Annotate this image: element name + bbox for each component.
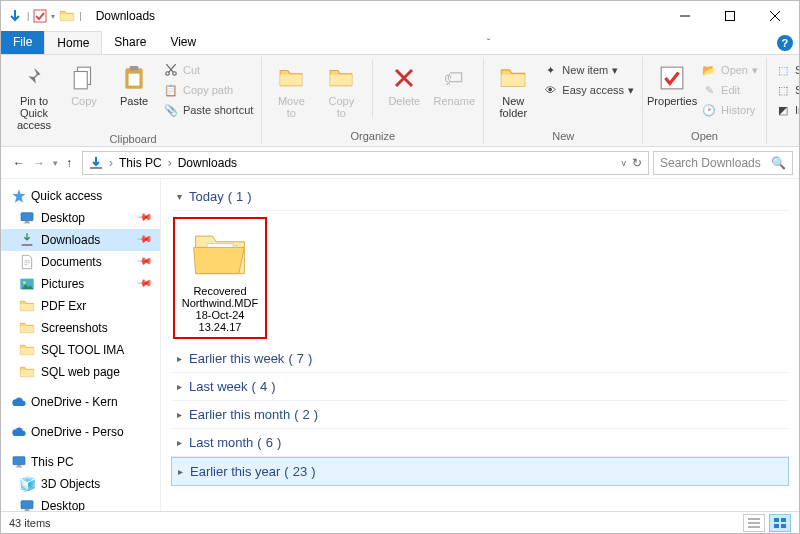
invert-selection-button[interactable]: ◩Invert selection — [773, 101, 800, 119]
maximize-button[interactable] — [707, 1, 752, 31]
search-icon: 🔍 — [771, 156, 786, 170]
forward-button[interactable]: → — [33, 156, 45, 170]
edit-button[interactable]: ✎Edit — [699, 81, 760, 99]
ribbon-tabs: File Home Share View ˇ ? — [1, 31, 799, 55]
group-label-new: New — [552, 128, 574, 144]
icons-view-button[interactable] — [769, 514, 791, 532]
nav-sql-web[interactable]: SQL web page — [1, 361, 160, 383]
chevron-right-icon: ▸ — [173, 381, 185, 392]
search-input[interactable]: Search Downloads 🔍 — [653, 151, 793, 175]
group-today[interactable]: ▾Today (1) — [171, 183, 789, 211]
nav-onedrive-2[interactable]: OneDrive - Perso — [1, 421, 160, 443]
group-last-month[interactable]: ▸Last month (6) — [171, 429, 789, 457]
nav-pictures[interactable]: Pictures📌 — [1, 273, 160, 295]
chevron-right-icon: ▸ — [173, 353, 185, 364]
minimize-button[interactable] — [662, 1, 707, 31]
svg-rect-19 — [781, 524, 786, 528]
rename-button[interactable]: 🏷Rename — [431, 59, 477, 107]
group-label-open: Open — [691, 128, 718, 144]
history-button[interactable]: 🕑History — [699, 101, 760, 119]
properties-button[interactable]: Properties — [649, 59, 695, 107]
easy-access-button[interactable]: 👁Easy access ▾ — [540, 81, 636, 99]
nav-desktop[interactable]: Desktop📌 — [1, 207, 160, 229]
nav-onedrive-1[interactable]: OneDrive - Kern — [1, 391, 160, 413]
nav-pc-desktop[interactable]: Desktop — [1, 495, 160, 511]
window-titlebar: | ▾ | Downloads — [1, 1, 799, 31]
arrow-down-icon — [7, 8, 23, 24]
svg-rect-13 — [34, 10, 46, 22]
file-item[interactable]: Recovered Northwind.MDF 18-Oct-24 13.24.… — [173, 217, 267, 339]
status-bar: 43 items — [1, 511, 799, 533]
svg-rect-18 — [774, 524, 779, 528]
close-button[interactable] — [752, 1, 797, 31]
recent-button[interactable]: ▾ — [53, 158, 58, 168]
checkbox-icon[interactable] — [33, 9, 47, 23]
help-icon[interactable]: ? — [777, 35, 793, 51]
nav-this-pc[interactable]: This PC — [1, 451, 160, 473]
new-folder-button[interactable]: New folder — [490, 59, 536, 119]
svg-rect-16 — [774, 518, 779, 522]
nav-sql-tool[interactable]: SQL TOOL IMA — [1, 339, 160, 361]
breadcrumb-this-pc[interactable]: This PC — [115, 156, 166, 170]
svg-rect-14 — [725, 12, 734, 21]
svg-rect-15 — [90, 167, 102, 169]
tab-share[interactable]: Share — [102, 31, 158, 54]
group-last-week[interactable]: ▸Last week (4) — [171, 373, 789, 401]
copy-path-button[interactable]: 📋Copy path — [161, 81, 255, 99]
copy-button[interactable]: Copy — [61, 59, 107, 107]
address-bar: ← → ▾ ↑ › This PC › Downloads v ↻ Search… — [1, 147, 799, 179]
chevron-right-icon: ▸ — [174, 466, 186, 477]
navigation-pane: Quick access Desktop📌 Downloads📌 Documen… — [1, 179, 161, 511]
folder-icon — [59, 8, 75, 24]
chevron-right-icon: ▸ — [173, 437, 185, 448]
ribbon: Pin to Quick access Copy Paste Cut 📋Copy… — [1, 55, 799, 147]
breadcrumb-downloads[interactable]: Downloads — [174, 156, 241, 170]
paste-shortcut-button[interactable]: 📎Paste shortcut — [161, 101, 255, 119]
nav-downloads[interactable]: Downloads📌 — [1, 229, 160, 251]
file-name: Recovered Northwind.MDF 18-Oct-24 13.24.… — [179, 285, 261, 333]
group-earlier-month[interactable]: ▸Earlier this month (2) — [171, 401, 789, 429]
nav-quick-access[interactable]: Quick access — [1, 185, 160, 207]
details-view-button[interactable] — [743, 514, 765, 532]
nav-screenshots[interactable]: Screenshots — [1, 317, 160, 339]
svg-rect-17 — [781, 518, 786, 522]
select-all-button[interactable]: ⬚Select all — [773, 61, 800, 79]
refresh-button[interactable]: v — [622, 158, 627, 168]
delete-button[interactable]: Delete — [381, 59, 427, 107]
group-earlier-week[interactable]: ▸Earlier this week (7) — [171, 345, 789, 373]
tab-home[interactable]: Home — [44, 31, 102, 54]
new-item-button[interactable]: ✦New item ▾ — [540, 61, 636, 79]
refresh-button[interactable]: ↻ — [632, 156, 642, 170]
select-none-button[interactable]: ⬚Select none — [773, 81, 800, 99]
download-icon — [87, 154, 105, 172]
cut-button[interactable]: Cut — [161, 61, 255, 79]
move-to-button[interactable]: Move to — [268, 59, 314, 119]
pin-to-quick-access-button[interactable]: Pin to Quick access — [11, 59, 57, 131]
paste-button[interactable]: Paste — [111, 59, 157, 107]
chevron-down-icon: ▾ — [173, 191, 185, 202]
window-title: Downloads — [86, 9, 155, 23]
collapse-ribbon-button[interactable]: ˇ — [487, 37, 499, 49]
open-button[interactable]: 📂Open ▾ — [699, 61, 760, 79]
up-button[interactable]: ↑ — [66, 156, 72, 170]
group-label-clipboard: Clipboard — [110, 131, 157, 147]
chevron-right-icon: ▸ — [173, 409, 185, 420]
copy-to-button[interactable]: Copy to — [318, 59, 364, 119]
group-label-organize: Organize — [351, 128, 396, 144]
nav-pdf-exr[interactable]: PDF Exr — [1, 295, 160, 317]
breadcrumb[interactable]: › This PC › Downloads v ↻ — [82, 151, 649, 175]
group-earlier-year[interactable]: ▸Earlier this year (23) — [171, 457, 789, 486]
back-button[interactable]: ← — [13, 156, 25, 170]
file-list[interactable]: ▾Today (1) Recovered Northwind.MDF 18-Oc… — [161, 179, 799, 511]
nav-3d-objects[interactable]: 🧊3D Objects — [1, 473, 160, 495]
status-item-count: 43 items — [9, 517, 51, 529]
tab-file[interactable]: File — [1, 31, 44, 54]
nav-documents[interactable]: Documents📌 — [1, 251, 160, 273]
quick-access-toolbar: | ▾ | — [3, 8, 86, 24]
tab-view[interactable]: View — [158, 31, 208, 54]
